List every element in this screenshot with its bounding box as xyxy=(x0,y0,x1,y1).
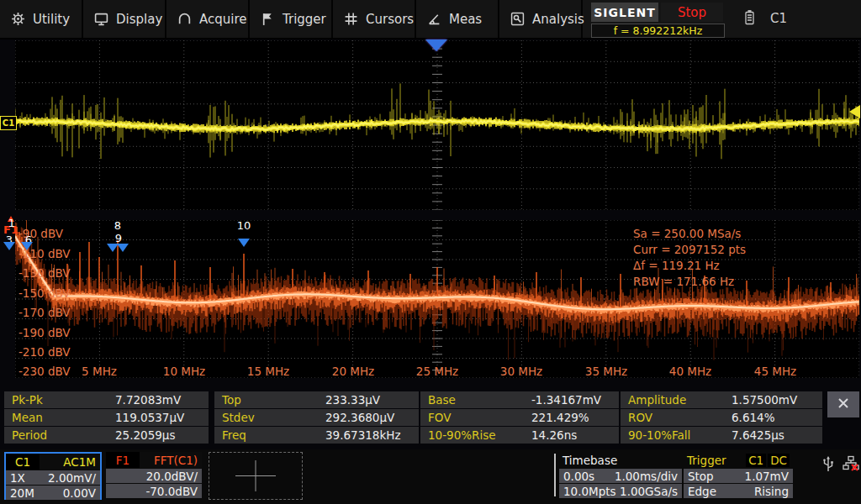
fft-x-label: 20 MHz xyxy=(332,365,374,378)
trigger-type: Edge xyxy=(688,485,716,498)
c1-trace xyxy=(15,40,859,210)
menu-item-label: Acquire xyxy=(199,12,247,27)
trigger-title: Trigger xyxy=(687,454,744,467)
time-domain-graticule xyxy=(15,40,859,210)
plus-icon xyxy=(209,486,302,502)
peak-marker-label: 9 xyxy=(115,232,122,244)
trigger-level-marker[interactable] xyxy=(849,105,860,118)
fft-x-label: 5 MHz xyxy=(82,365,117,378)
peak-marker-icon xyxy=(21,242,33,250)
meas-label: FOV xyxy=(420,411,531,424)
display-icon xyxy=(94,12,108,26)
timebase-sample-rate: 1.00GSa/s xyxy=(620,485,678,498)
menu-item-trigger[interactable]: Trigger xyxy=(250,0,333,38)
meas-icon xyxy=(427,12,441,26)
menu-bar: Utility Display Acquire Trigger xyxy=(0,0,861,39)
meas-value: 14.26ns xyxy=(531,428,577,442)
meas-value: 119.0537µV xyxy=(115,411,184,424)
peak-marker-label: 10 xyxy=(237,219,251,232)
close-icon xyxy=(837,396,850,413)
menu-item-label: Display xyxy=(116,12,162,27)
c1-name: C1 xyxy=(6,454,40,470)
trigger-position-marker[interactable] xyxy=(425,39,447,51)
channel-c1-descriptor[interactable]: C1 AC1M 1X2.00mV/ 20M0.00V xyxy=(4,452,102,500)
menu-item-acquire[interactable]: Acquire xyxy=(166,0,250,38)
lan-disconnected-icon xyxy=(843,455,859,475)
trigger-frequency-readout: f = 8.992212kHz xyxy=(591,24,725,38)
menu-item-utility[interactable]: Utility xyxy=(0,0,83,38)
acquire-icon xyxy=(177,12,192,26)
meas-label: Freq xyxy=(214,428,325,442)
peak-marker-icon xyxy=(3,242,15,250)
acquisition-status[interactable]: Stop xyxy=(661,3,723,22)
memory-icon xyxy=(745,10,755,29)
meas-value: 25.2059µs xyxy=(115,428,175,442)
meas-label: Period xyxy=(4,428,115,442)
fft-y-label: -130 dBV xyxy=(18,266,71,280)
measurement-row: Pk-Pk7.72083mV Top233.33µV Base-1.34167m… xyxy=(4,391,822,408)
meas-value: 7.6425µs xyxy=(732,428,784,442)
meas-value: -1.34167mV xyxy=(531,393,601,407)
meas-value: 233.33µV xyxy=(325,393,380,407)
menu-item-cursors[interactable]: Cursors xyxy=(333,0,416,38)
siglent-logo: SIGLENT xyxy=(591,3,658,22)
timebase-descriptor[interactable]: Timebase 0.00s1.00ms/div 10.0Mpts1.00GSa… xyxy=(559,452,682,500)
f1-name: F1 xyxy=(106,452,140,468)
trigger-slope: Rising xyxy=(754,485,789,498)
fft-x-label: 25 MHz xyxy=(416,365,458,378)
fft-sample-rate: Sa = 250.00 MSa/s xyxy=(633,226,746,242)
menu-item-analysis[interactable]: Analysis xyxy=(499,0,583,38)
channel-c1-tag[interactable]: C1 xyxy=(0,116,17,130)
math-f1-descriptor[interactable]: F1 FFT(C1) 20.0dBV/ -70.0dBV xyxy=(106,452,202,500)
peak-marker-label: 8 xyxy=(114,219,121,232)
menu-item-label: Trigger xyxy=(283,12,326,27)
usb-icon xyxy=(821,455,835,477)
analysis-icon xyxy=(510,12,525,26)
c1-vscale: 2.00mV/ xyxy=(48,471,96,485)
trigger-descriptor[interactable]: Trigger C1 DC Stop1.07mV EdgeRising xyxy=(684,452,793,500)
menu-item-display[interactable]: Display xyxy=(83,0,166,38)
c1-offset: 0.00V xyxy=(63,486,96,500)
fft-rbw: RBW = 171.66 Hz xyxy=(633,274,746,290)
fft-y-label: -170 dBV xyxy=(18,306,71,319)
meas-value: 292.3680µV xyxy=(325,411,394,424)
trigger-status: Stop xyxy=(688,470,714,483)
cursors-icon xyxy=(344,12,358,26)
meas-label: 10-90%Rise xyxy=(420,428,531,442)
fft-x-label: 45 MHz xyxy=(754,365,796,378)
timebase-scale: 1.00ms/div xyxy=(615,470,678,483)
meas-label: ROV xyxy=(621,411,732,424)
meas-label: Top xyxy=(214,393,325,407)
gear-icon xyxy=(11,12,25,26)
menu-item-label: Analysis xyxy=(532,12,584,27)
peak-marker-icon xyxy=(238,239,250,247)
menu-item-meas[interactable]: Meas xyxy=(416,0,499,38)
trigger-level: 1.07mV xyxy=(745,470,789,483)
meas-value: 39.67318kHz xyxy=(325,428,400,442)
f1-function: FFT(C1) xyxy=(140,454,202,467)
oscilloscope-screen: Utility Display Acquire Trigger xyxy=(0,0,861,504)
active-channel-readout[interactable]: C1 xyxy=(770,11,787,26)
meas-value: 7.72083mV xyxy=(115,393,181,407)
menu-item-label: Utility xyxy=(33,12,70,27)
f1-scale: 20.0dBV/ xyxy=(146,470,198,483)
timebase-title: Timebase xyxy=(563,454,617,467)
add-channel-slot[interactable] xyxy=(209,452,303,500)
fft-points: Curr = 2097152 pts xyxy=(633,242,746,258)
close-measurements-button[interactable] xyxy=(827,391,859,417)
flag-icon xyxy=(261,12,275,26)
timebase-depth: 10.0Mpts xyxy=(563,485,616,498)
meas-label: Pk-Pk xyxy=(4,393,115,407)
menu-item-label: Meas xyxy=(449,12,482,27)
trigger-source: C1 xyxy=(746,454,766,467)
fft-x-label: 40 MHz xyxy=(669,365,711,378)
fft-x-label: 10 MHz xyxy=(163,365,205,378)
fft-y-label: -190 dBV xyxy=(18,326,71,339)
measurement-row: Period25.2059µs Freq39.67318kHz 10-90%Ri… xyxy=(4,427,822,444)
fft-delta-f: Δf = 119.21 Hz xyxy=(633,258,746,274)
timebase-delay: 0.00s xyxy=(563,470,594,483)
fft-x-label: 30 MHz xyxy=(500,365,542,378)
c1-attenuation: 1X xyxy=(10,471,25,485)
meas-value: 221.429% xyxy=(531,411,589,424)
fft-info-readout: Sa = 250.00 MSa/s Curr = 2097152 pts Δf … xyxy=(633,226,746,290)
